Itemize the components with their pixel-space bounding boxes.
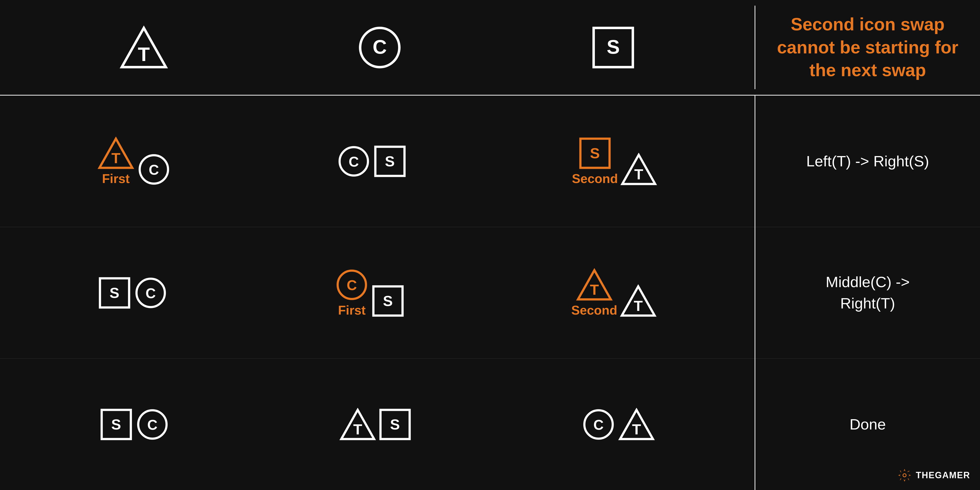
row2-left-icon1-wrapper: S <box>98 276 131 309</box>
row1-second-label: Second <box>572 171 618 186</box>
row3-mid-icon2-wrapper: S <box>379 408 412 441</box>
row2-second-label: Second <box>571 303 617 318</box>
right-panel: Left(T) -> Right(S) Middle(C) ->Right(T)… <box>755 95 980 490</box>
svg-point-51 <box>903 474 906 477</box>
row3-left-icon2-wrapper: C <box>135 408 170 441</box>
header-icons-area: T C S <box>0 25 755 70</box>
svg-text:T: T <box>632 421 641 438</box>
svg-text:T: T <box>634 166 643 183</box>
row1-mid-icon1-wrapper: C <box>337 145 371 178</box>
svg-marker-46 <box>900 470 902 473</box>
svg-text:C: C <box>147 417 158 433</box>
row2-left-icon2-wrapper: C <box>134 276 168 309</box>
row2-left-group: S C <box>98 276 168 309</box>
svg-text:C: C <box>348 154 359 169</box>
svg-text:C: C <box>593 417 604 433</box>
row3-mid-icon1-wrapper: T <box>339 408 376 441</box>
header-icon-square: S <box>591 25 635 70</box>
svg-text:C: C <box>373 36 387 58</box>
row1-right-group: S Second T <box>572 137 657 186</box>
svg-marker-45 <box>908 474 911 476</box>
svg-text:S: S <box>390 416 400 433</box>
row2-mid-icon1-wrapper: C First <box>335 268 369 318</box>
left-content: T First C <box>0 95 755 490</box>
row1-description: Left(T) -> Right(S) <box>806 151 929 172</box>
header-icon-circle: C <box>358 25 402 70</box>
row-2: S C C <box>0 227 755 359</box>
svg-text:S: S <box>111 416 121 433</box>
row3-description: Done <box>850 414 886 435</box>
svg-marker-43 <box>904 479 905 482</box>
row1-mid-icon2-wrapper: S <box>373 145 406 178</box>
row2-first-label: First <box>338 303 366 318</box>
right-panel-row-2: Middle(C) ->Right(T) <box>755 227 980 359</box>
right-panel-row-1: Left(T) -> Right(S) <box>755 95 980 227</box>
svg-text:T: T <box>353 421 362 438</box>
svg-marker-42 <box>904 469 905 471</box>
svg-text:S: S <box>590 145 600 161</box>
header-icon-triangle: T <box>119 25 168 70</box>
svg-text:C: C <box>347 277 357 293</box>
svg-text:C: C <box>149 162 159 177</box>
svg-text:T: T <box>111 150 121 166</box>
thegamer-text: THEGAMER <box>916 470 970 480</box>
svg-text:S: S <box>110 285 119 301</box>
row3-middle-group: T S <box>339 408 412 441</box>
row-3: S C T <box>0 359 755 490</box>
row3-right-group: C T <box>581 408 655 441</box>
row-1: T First C <box>0 95 755 227</box>
svg-text:T: T <box>590 282 599 298</box>
svg-text:S: S <box>383 293 393 309</box>
row3-right-icon2-wrapper: T <box>618 408 655 441</box>
header-row: T C S Second icon swap cannot be startin… <box>0 0 980 95</box>
svg-text:S: S <box>385 153 395 170</box>
thegamer-logo-icon <box>897 468 912 483</box>
svg-marker-48 <box>907 470 910 473</box>
row3-right-icon1-wrapper: C <box>581 408 616 441</box>
svg-text:S: S <box>607 36 620 58</box>
row2-middle-group: C First S <box>335 268 404 318</box>
row1-middle-group: C S <box>337 145 406 178</box>
svg-marker-47 <box>907 478 910 480</box>
row2-right-group: T Second T <box>571 268 657 318</box>
row2-description: Middle(C) ->Right(T) <box>826 272 910 314</box>
row3-left-icon1-wrapper: S <box>100 408 133 441</box>
row3-left-group: S C <box>100 408 170 441</box>
svg-marker-44 <box>898 474 900 476</box>
row1-right-icon2-wrapper: T <box>620 153 657 186</box>
row1-left-icon1-wrapper: T First <box>97 137 134 186</box>
svg-marker-49 <box>900 478 902 480</box>
row2-right-icon2-wrapper: T <box>620 285 657 318</box>
svg-text:T: T <box>138 43 150 65</box>
warning-text: Second icon swap cannot be starting for … <box>765 13 970 82</box>
row1-left-icon2-wrapper: C <box>137 153 171 186</box>
branding: THEGAMER <box>897 468 970 483</box>
svg-text:T: T <box>633 298 643 314</box>
main-container: T C S Second icon swap cannot be startin… <box>0 0 980 490</box>
row1-first-label: First <box>102 171 130 186</box>
row1-left-group: T First C <box>97 137 171 186</box>
row2-right-icon1-wrapper: T Second <box>571 268 617 318</box>
row1-right-icon1-wrapper: S Second <box>572 137 618 186</box>
row2-mid-icon2-wrapper: S <box>371 285 404 318</box>
content-area: T First C <box>0 95 980 490</box>
svg-text:C: C <box>146 285 156 301</box>
header-right-panel: Second icon swap cannot be starting for … <box>755 6 980 89</box>
